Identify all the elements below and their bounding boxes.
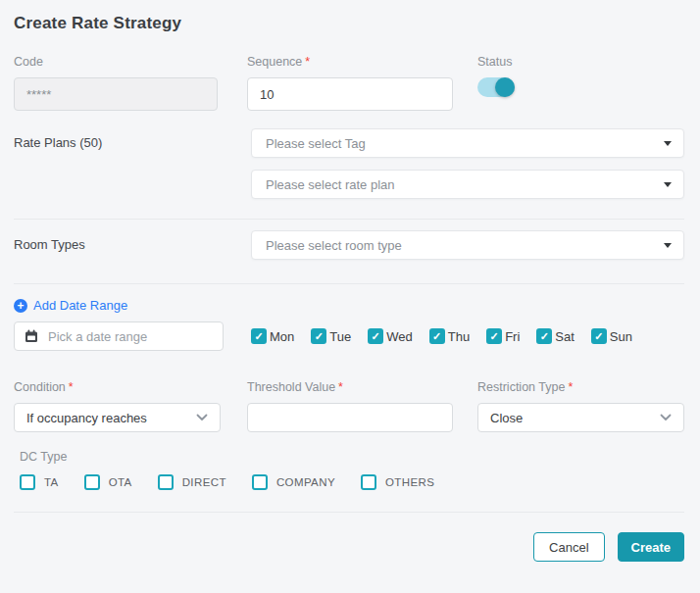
rate-plans-label: Rate Plans (50) [14,128,251,199]
room-types-fields: Please select room type [251,230,684,260]
dc-type-label: DC Type [20,450,684,464]
weekday-label: Tue [329,329,351,344]
required-asterisk: * [305,55,310,69]
chevron-down-icon [660,414,672,421]
check-icon: ✓ [372,331,380,342]
threshold-field-group: Threshold Value* [247,380,453,432]
dc-type-option-label: COMPANY [276,476,335,488]
create-rate-strategy-form: Create Rate Strategy Code Sequence* Stat… [0,0,700,562]
weekday-checkbox-item[interactable]: ✓ Tue [311,328,351,344]
add-date-range-label: Add Date Range [33,298,127,313]
checkbox[interactable]: ✓ [429,328,445,344]
dc-type-checkbox-item[interactable]: ✓ DIRECT [158,474,226,490]
room-type-select[interactable]: Please select room type [251,230,684,260]
divider [14,512,684,513]
checkbox[interactable]: ✓ [158,474,174,490]
threshold-input[interactable] [247,403,453,432]
dc-type-option-label: DIRECT [182,476,226,488]
checkbox[interactable]: ✓ [251,328,267,344]
checkbox[interactable]: ✓ [20,474,35,490]
checkbox[interactable]: ✓ [591,328,607,344]
check-icon: ✓ [315,331,324,342]
restriction-label-text: Restriction Type [477,380,565,394]
checkbox[interactable]: ✓ [486,328,502,344]
sequence-input[interactable] [247,77,453,111]
date-range-row: ✓ Mon ✓ Tue ✓ Wed ✓ Thu [14,321,684,351]
weekday-checkbox-item[interactable]: ✓ Thu [429,328,470,344]
divider [14,219,684,220]
room-types-section: Room Types Please select room type [14,230,684,260]
rate-plan-select-placeholder: Please select rate plan [266,177,395,192]
caret-down-icon [664,141,672,146]
dc-type-checkbox-item[interactable]: ✓ COMPANY [252,474,335,490]
check-icon: ✓ [490,331,499,342]
check-icon: ✓ [254,331,263,342]
form-actions: Cancel Create [14,532,684,562]
check-icon: ✓ [594,331,603,342]
dc-type-option-label: OTHERS [385,476,434,488]
restriction-select[interactable]: Close [477,403,684,432]
caret-down-icon [664,182,672,187]
cancel-button[interactable]: Cancel [533,532,604,562]
check-icon: ✓ [432,331,441,342]
weekday-checkbox-item[interactable]: ✓ Sun [591,328,632,344]
sequence-label: Sequence* [247,55,453,69]
weekday-label: Thu [448,329,470,344]
dc-type-checkbox-item[interactable]: ✓ OTHERS [361,474,434,490]
sequence-label-text: Sequence [247,55,302,69]
code-field-group: Code [14,55,218,111]
weekday-label: Wed [386,329,413,344]
divider [14,283,684,284]
weekday-checkbox-item[interactable]: ✓ Sat [536,328,575,344]
status-label: Status [477,55,684,69]
restriction-label: Restriction Type* [477,380,684,394]
rate-plans-section: Rate Plans (50) Please select Tag Please… [14,128,684,199]
chevron-down-icon [196,414,208,421]
code-label: Code [14,55,218,69]
checkbox[interactable]: ✓ [311,328,326,344]
restriction-select-value: Close [490,411,523,425]
weekday-label: Sun [610,329,632,344]
checkbox[interactable]: ✓ [368,328,383,344]
caret-down-icon [664,243,672,248]
calendar-icon [25,329,38,343]
dc-type-checkbox-item[interactable]: ✓ TA [20,474,59,490]
condition-select-value: If occupancy reaches [26,411,147,425]
status-toggle[interactable] [477,77,515,97]
top-fields-row: Code Sequence* Status [14,55,684,111]
add-date-range-link[interactable]: + Add Date Range [14,298,127,313]
toggle-knob [495,77,515,97]
checkbox[interactable]: ✓ [252,474,268,490]
tag-select[interactable]: Please select Tag [251,128,684,158]
restriction-field-group: Restriction Type* Close [477,380,684,432]
date-range-input[interactable] [46,328,213,345]
condition-label-text: Condition [14,380,66,394]
page-title: Create Rate Strategy [14,14,684,33]
condition-select[interactable]: If occupancy reaches [14,403,221,432]
plus-circle-icon: + [14,299,27,313]
weekday-label: Mon [270,329,294,344]
rate-plans-fields: Please select Tag Please select rate pla… [251,128,684,199]
check-icon: ✓ [540,331,549,342]
dc-type-checkbox-item[interactable]: ✓ OTA [84,474,132,490]
room-type-select-placeholder: Please select room type [266,238,402,253]
weekday-checkbox-item[interactable]: ✓ Wed [368,328,413,344]
dc-type-checkboxes: ✓ TA ✓ OTA ✓ DIRECT ✓ COMPANY [20,474,684,490]
condition-field-group: Condition* If occupancy reaches [14,380,221,432]
tag-select-placeholder: Please select Tag [266,136,366,151]
sequence-field-group: Sequence* [247,55,453,111]
checkbox[interactable]: ✓ [361,474,376,490]
date-range-picker[interactable] [14,321,224,351]
create-button[interactable]: Create [618,532,684,562]
required-asterisk: * [338,380,343,394]
status-field-group: Status [477,55,684,111]
weekday-checkbox-item[interactable]: ✓ Fri [486,328,520,344]
checkbox[interactable]: ✓ [84,474,100,490]
weekday-label: Sat [555,329,575,344]
room-types-label: Room Types [14,230,251,260]
required-asterisk: * [568,380,573,394]
rate-plan-select[interactable]: Please select rate plan [251,170,684,199]
checkbox[interactable]: ✓ [536,328,552,344]
threshold-label-text: Threshold Value [247,380,335,394]
weekday-checkbox-item[interactable]: ✓ Mon [251,328,294,344]
